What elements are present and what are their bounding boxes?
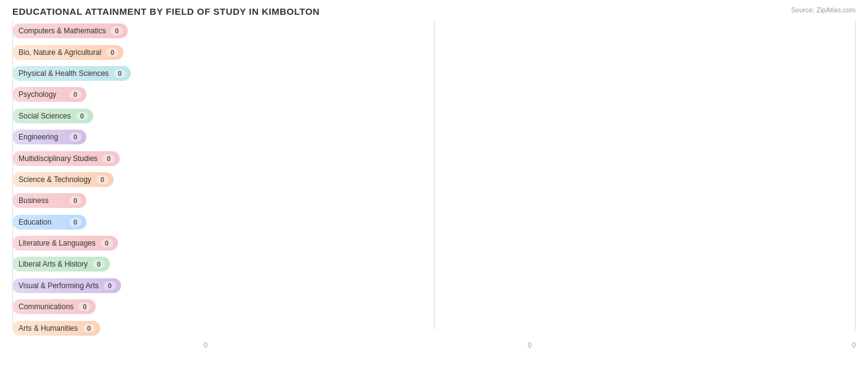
bar-value-visual: 0 xyxy=(104,281,116,290)
bar-label-container: Arts & Humanities 0 xyxy=(12,321,204,336)
chart-source: Source: ZipAtlas.com xyxy=(791,6,856,14)
bar-value-arts: 0 xyxy=(83,324,95,333)
bar-row: Liberal Arts & History 0 xyxy=(12,255,849,273)
bar-value-science: 0 xyxy=(96,175,109,184)
bar-pill-multi: Multidisciplinary Studies 0 xyxy=(12,151,120,166)
bar-value-multi: 0 xyxy=(102,154,115,163)
bar-pill-science: Science & Technology 0 xyxy=(12,172,114,187)
bar-label-container: Bio, Nature & Agricultural 0 xyxy=(12,45,204,60)
bar-value-bio: 0 xyxy=(106,48,119,57)
bar-label-business: Business xyxy=(19,196,64,205)
chart-container: EDUCATIONAL ATTAINMENT BY FIELD OF STUDY… xyxy=(0,0,868,390)
bar-row: Science & Technology 0 xyxy=(12,170,849,189)
bar-value-liberal: 0 xyxy=(93,260,105,268)
bar-label-physical: Physical & Health Sciences xyxy=(19,69,109,78)
bar-row: Bio, Nature & Agricultural 0 xyxy=(12,43,849,62)
bar-label-container: Science & Technology 0 xyxy=(12,172,204,187)
bar-row: Physical & Health Sciences 0 xyxy=(12,64,849,83)
bar-label-engineering: Engineering xyxy=(19,133,64,141)
bar-pill-literature: Literature & Languages 0 xyxy=(12,236,118,251)
bar-value-physical: 0 xyxy=(114,69,126,78)
bar-row: Multidisciplinary Studies 0 xyxy=(12,149,849,168)
bar-row: Literature & Languages 0 xyxy=(12,234,849,252)
bar-label-bio: Bio, Nature & Agricultural xyxy=(19,48,101,57)
bar-row: Business 0 xyxy=(12,191,849,210)
bar-pill-communications: Communications 0 xyxy=(12,299,96,314)
bar-pill-visual: Visual & Performing Arts 0 xyxy=(12,278,121,293)
bar-label-container: Liberal Arts & History 0 xyxy=(12,257,204,272)
bar-value-communications: 0 xyxy=(78,302,91,311)
bar-pill-physical: Physical & Health Sciences 0 xyxy=(12,66,131,81)
bar-label-container: Engineering 0 xyxy=(12,130,204,144)
chart-area: Computers & Mathematics 0 Bio, Nature & … xyxy=(12,20,856,349)
bar-label-social: Social Sciences xyxy=(19,112,71,120)
bar-pill-arts: Arts & Humanities 0 xyxy=(12,321,100,336)
bar-value-education: 0 xyxy=(69,218,81,226)
bar-pill-engineering: Engineering 0 xyxy=(12,130,86,144)
bar-pill-business: Business 0 xyxy=(12,193,86,208)
bars-area: Computers & Mathematics 0 Bio, Nature & … xyxy=(12,20,856,339)
bar-row: Engineering 0 xyxy=(12,128,849,146)
bar-label-container: Communications 0 xyxy=(12,299,204,314)
bar-label-container: Literature & Languages 0 xyxy=(12,236,204,251)
bar-label-container: Social Sciences 0 xyxy=(12,109,204,123)
bar-label-container: Computers & Mathematics 0 xyxy=(12,23,204,38)
bar-label-container: Multidisciplinary Studies 0 xyxy=(12,151,204,166)
chart-title: EDUCATIONAL ATTAINMENT BY FIELD OF STUDY… xyxy=(12,6,856,17)
bar-label-container: Physical & Health Sciences 0 xyxy=(12,66,204,81)
x-label-2: 0 xyxy=(852,341,856,349)
x-label-1: 0 xyxy=(528,341,532,349)
bar-row: Psychology 0 xyxy=(12,85,849,104)
bar-pill-education: Education 0 xyxy=(12,215,86,230)
bar-label-science: Science & Technology xyxy=(19,175,91,184)
bar-pill-bio: Bio, Nature & Agricultural 0 xyxy=(12,45,123,60)
bar-label-container: Education 0 xyxy=(12,215,204,230)
bar-label-computers: Computers & Mathematics xyxy=(19,27,106,35)
bar-pill-social: Social Sciences 0 xyxy=(12,109,93,123)
bar-label-visual: Visual & Performing Arts xyxy=(19,281,99,290)
bar-label-communications: Communications xyxy=(19,302,73,311)
bar-pill-liberal: Liberal Arts & History 0 xyxy=(12,257,110,272)
bar-pill-computers: Computers & Mathematics 0 xyxy=(12,23,128,38)
bar-value-engineering: 0 xyxy=(69,133,81,141)
bar-label-container: Psychology 0 xyxy=(12,87,204,102)
bar-row: Education 0 xyxy=(12,213,849,231)
bar-value-social: 0 xyxy=(76,112,88,120)
bar-label-container: Visual & Performing Arts 0 xyxy=(12,278,204,293)
bar-value-computers: 0 xyxy=(111,27,123,35)
bar-label-liberal: Liberal Arts & History xyxy=(19,260,88,268)
bar-label-psychology: Psychology xyxy=(19,90,64,99)
bar-label-container: Business 0 xyxy=(12,193,204,208)
bar-label-multi: Multidisciplinary Studies xyxy=(19,154,98,163)
bar-row: Social Sciences 0 xyxy=(12,107,849,125)
bar-row: Arts & Humanities 0 xyxy=(12,319,849,338)
bar-label-education: Education xyxy=(19,218,64,226)
bar-label-literature: Literature & Languages xyxy=(19,239,96,247)
bar-row: Visual & Performing Arts 0 xyxy=(12,276,849,295)
bar-row: Computers & Mathematics 0 xyxy=(12,22,849,40)
bar-pill-psychology: Psychology 0 xyxy=(12,87,86,102)
bar-value-psychology: 0 xyxy=(69,90,81,99)
x-label-0: 0 xyxy=(204,341,207,349)
bar-row: Communications 0 xyxy=(12,297,849,316)
bar-label-arts: Arts & Humanities xyxy=(19,324,78,333)
x-axis: 000 xyxy=(12,341,856,349)
bar-value-business: 0 xyxy=(69,196,81,205)
bar-value-literature: 0 xyxy=(101,239,113,247)
